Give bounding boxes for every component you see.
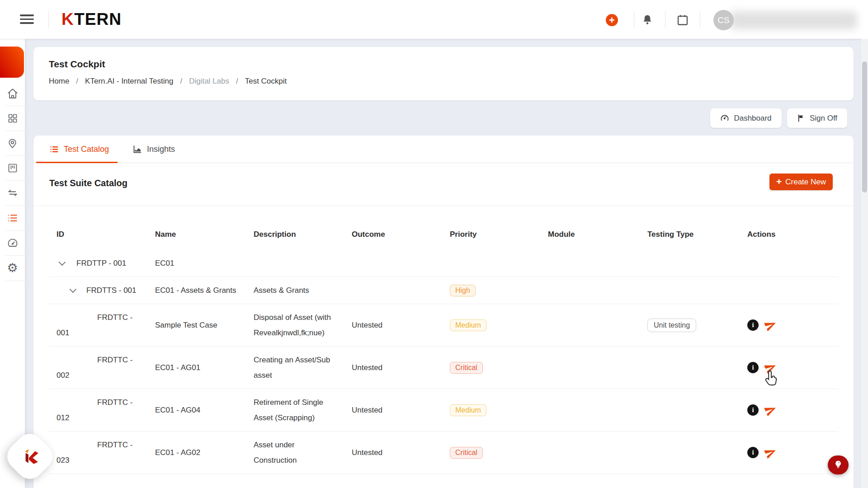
cell-outcome: Untested (352, 448, 450, 457)
breadcrumb-home[interactable]: Home (49, 77, 69, 86)
sidebar-item-home[interactable] (0, 81, 25, 106)
send-icon[interactable] (764, 404, 777, 416)
row-id: 002 (57, 368, 155, 383)
suite-id: FRDTTS - 001 (57, 286, 155, 295)
page-title: Test Cockpit (49, 59, 838, 70)
cell-id: FRDTTC -001 (49, 310, 155, 341)
testing-type-badge: Unit testing (647, 319, 696, 332)
cell-priority: Critical (450, 447, 548, 459)
scrollbar-track[interactable] (861, 39, 868, 488)
cell-name: EC01 - Assets & Grants (155, 286, 254, 295)
cell-name: Sample Test Case (155, 321, 254, 330)
table-row: FRDTTC -002EC01 - AG01Creating an Asset/… (49, 347, 838, 389)
list-icon (7, 212, 18, 224)
sidebar-item-settings[interactable]: ⚙ (0, 256, 25, 280)
row-id: FRDTTC - (57, 437, 155, 453)
row-id: FRDTTC - (57, 352, 155, 368)
page-header-card: Test Cockpit Home / KTern.AI - Internal … (33, 47, 854, 100)
sidebar-item-location[interactable] (0, 131, 25, 155)
sidebar-item-board[interactable] (0, 156, 25, 180)
sidebar-item-transfer[interactable] (0, 181, 25, 205)
sign-off-button[interactable]: Sign Off (787, 108, 847, 128)
logo-k-mark: K (61, 10, 74, 28)
info-icon[interactable]: i (747, 447, 759, 458)
cell-description: Retirement of Single Asset (Scrapping) (254, 395, 352, 426)
info-icon[interactable]: i (747, 319, 759, 331)
row-id: FRDTTC - (57, 310, 155, 325)
table-row: FRDTTC -Retirement of Multiple (49, 474, 838, 488)
cell-priority: Medium (450, 319, 548, 331)
ktern-k-logo-icon (19, 446, 40, 467)
row-id: FRDTTP - 001 (76, 259, 126, 268)
catalog-header: Test Suite Catalog + Create New (33, 163, 854, 206)
table-row: FRDTTS - 001EC01 - Assets & GrantsAssets… (49, 277, 838, 304)
chevron-down-icon[interactable] (70, 286, 77, 293)
tab-bar: Test Catalog Insights (33, 136, 854, 163)
cell-actions: i (745, 446, 838, 459)
column-header-priority: Priority (450, 230, 548, 239)
transfer-arrows-icon (7, 187, 19, 199)
tab-test-catalog[interactable]: Test Catalog (49, 145, 109, 154)
send-icon[interactable] (764, 319, 777, 331)
info-icon[interactable]: i (747, 362, 759, 373)
chevron-down-icon[interactable] (59, 259, 66, 266)
notifications-bell-icon[interactable] (641, 14, 654, 26)
row-id: FRDTTS - 001 (86, 286, 137, 295)
cell-priority: Medium (450, 404, 548, 416)
create-new-button[interactable]: + Create New (769, 174, 833, 190)
divider (634, 11, 634, 28)
divider (665, 11, 665, 28)
lightbulb-icon (834, 460, 843, 470)
test-suite-table: ID Name Description Outcome Priority Mod… (49, 206, 838, 488)
ktern-logo[interactable]: KTERN (61, 9, 122, 29)
sidebar: ⚙ (0, 39, 25, 488)
priority-badge: High (450, 285, 476, 296)
sidebar-brand-block (0, 47, 24, 78)
send-icon[interactable] (764, 361, 777, 374)
app-screen: KTERN + CS (0, 0, 868, 488)
row-id: 023 (57, 453, 155, 468)
sidebar-item-gauge[interactable] (0, 231, 25, 255)
help-fab[interactable] (828, 455, 849, 474)
scrollbar-thumb[interactable] (862, 61, 867, 192)
divider (48, 11, 49, 28)
info-icon[interactable]: i (747, 404, 759, 416)
row-id: 001 (57, 325, 155, 341)
sidebar-item-test-catalog[interactable] (0, 206, 25, 230)
cell-actions: i (745, 361, 838, 374)
dashboard-button[interactable]: Dashboard (710, 108, 782, 128)
breadcrumb-project[interactable]: KTern.AI - Internal Testing (85, 77, 173, 86)
cell-outcome: Untested (352, 406, 450, 415)
cell-id: FRDTTC -012 (49, 395, 155, 426)
map-pin-icon (7, 138, 18, 149)
table-row: FRDTTP - 001EC01 (49, 250, 838, 277)
cell-description: Creating an Asset/Sub asset (254, 352, 352, 383)
tab-insights[interactable]: Insights (132, 145, 175, 154)
row-id: 012 (57, 410, 155, 426)
avatar[interactable]: CS (713, 10, 734, 30)
cell-id: FRDTTP - 001 (49, 259, 155, 268)
breadcrumb: Home / KTern.AI - Internal Testing / Dig… (49, 77, 838, 86)
plus-icon: + (776, 177, 782, 186)
table-header-row: ID Name Description Outcome Priority Mod… (49, 206, 838, 250)
breadcrumb-digital-labs: Digital Labs (189, 77, 229, 86)
divider (700, 11, 700, 28)
cell-outcome: Untested (352, 321, 450, 330)
catalog-title: Test Suite Catalog (49, 178, 127, 188)
cell-name: EC01 - AG01 (155, 363, 254, 372)
main-card: Test Catalog Insights Test Suite Catalog… (33, 136, 854, 488)
hamburger-menu-icon[interactable] (20, 14, 34, 24)
calendar-icon[interactable] (676, 14, 689, 26)
cell-description: Assets & Grants (254, 286, 352, 295)
cell-id: FRDTTS - 001 (49, 286, 155, 295)
send-icon[interactable] (764, 446, 777, 459)
cell-name: EC01 - AG02 (155, 448, 254, 457)
user-name-redacted (730, 11, 857, 29)
column-header-id: ID (49, 230, 155, 239)
cell-actions: i (745, 404, 838, 416)
cell-description: Asset under Construction (254, 437, 352, 468)
cell-id: FRDTTC -002 (49, 352, 155, 383)
add-icon[interactable]: + (606, 14, 618, 26)
cell-outcome: Untested (352, 363, 450, 372)
sidebar-item-apps[interactable] (0, 106, 25, 131)
